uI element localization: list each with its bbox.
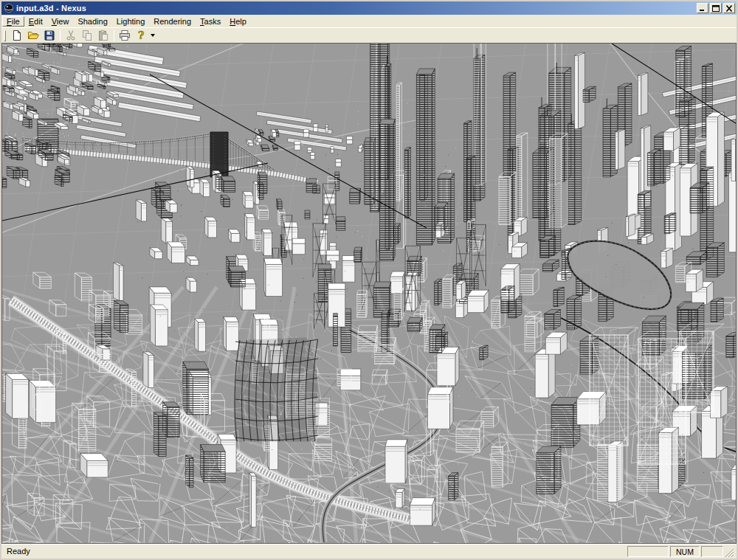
viewport-container — [1, 43, 737, 544]
globe-icon — [4, 3, 14, 13]
window-title: input.a3d - Nexus — [16, 4, 695, 13]
minimize-button[interactable] — [697, 3, 708, 13]
menu-item-tasks[interactable]: Tasks — [196, 16, 225, 27]
copy-button[interactable] — [79, 29, 95, 43]
menu-item-edit[interactable]: Edit — [24, 16, 47, 27]
paste-icon — [97, 30, 109, 41]
menu-item-file[interactable]: File — [2, 16, 24, 27]
toolbar-separator — [114, 30, 114, 41]
toolbar: ? — [1, 27, 737, 43]
status-bar: Ready NUM — [1, 544, 737, 559]
menu-item-rendering[interactable]: Rendering — [149, 16, 196, 27]
close-button[interactable] — [723, 3, 735, 13]
status-cell-1 — [627, 546, 669, 557]
svg-text:?: ? — [138, 30, 144, 41]
minimize-icon — [699, 5, 706, 12]
close-icon — [725, 5, 733, 12]
app-window: input.a3d - Nexus File Edit View Shading… — [0, 0, 738, 560]
paste-button[interactable] — [95, 29, 111, 43]
help-button[interactable]: ? — [133, 29, 149, 43]
new-document-icon — [11, 30, 23, 41]
cut-icon — [65, 30, 77, 41]
resize-grip[interactable] — [725, 546, 735, 558]
menu-item-shading[interactable]: Shading — [73, 16, 111, 27]
maximize-button[interactable] — [710, 3, 722, 13]
menu-bar: File Edit View Shading Lighting Renderin… — [1, 15, 737, 27]
toolbar-grip[interactable] — [4, 30, 6, 41]
copy-icon — [81, 30, 93, 41]
toolbar-separator — [60, 30, 61, 41]
save-icon — [44, 30, 55, 41]
status-cell-2 — [701, 546, 723, 557]
print-button[interactable] — [117, 29, 133, 43]
print-icon — [119, 30, 131, 41]
menu-item-view[interactable]: View — [47, 16, 74, 27]
title-bar[interactable]: input.a3d - Nexus — [1, 1, 737, 15]
new-document-button[interactable] — [9, 29, 25, 43]
help-icon: ? — [135, 30, 147, 41]
viewport-canvas[interactable] — [2, 44, 736, 543]
chevron-down-icon — [151, 34, 155, 39]
cut-button[interactable] — [63, 29, 79, 43]
open-folder-icon — [27, 30, 39, 41]
status-num-indicator: NUM — [670, 546, 700, 557]
menu-item-lighting[interactable]: Lighting — [112, 16, 150, 27]
status-message: Ready — [3, 547, 626, 556]
save-button[interactable] — [41, 29, 58, 43]
maximize-icon — [712, 5, 720, 12]
open-file-button[interactable] — [25, 29, 41, 43]
menu-item-help[interactable]: Help — [225, 16, 251, 27]
app-icon[interactable] — [4, 3, 14, 13]
toolbar-overflow-button[interactable] — [149, 29, 156, 43]
resize-grip-icon — [725, 548, 734, 558]
